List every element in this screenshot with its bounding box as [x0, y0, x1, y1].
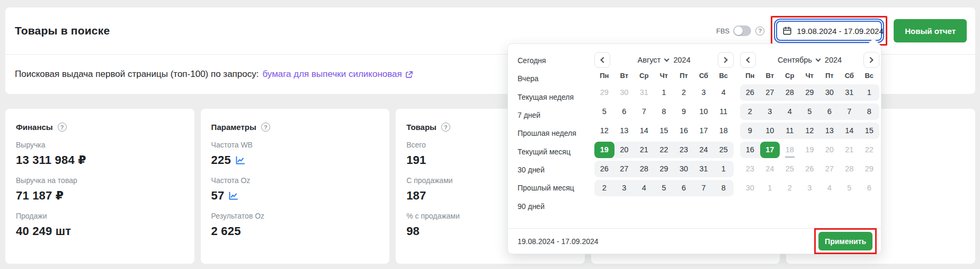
- calendar-day[interactable]: 5: [594, 103, 614, 120]
- date-range-input[interactable]: 19.08.2024 - 17.09.2024: [776, 21, 882, 41]
- calendar-day[interactable]: 6: [614, 103, 635, 120]
- calendar-day-selected[interactable]: 17: [760, 142, 780, 158]
- calendar-day[interactable]: 1: [714, 161, 734, 177]
- next-month-button[interactable]: [863, 52, 879, 68]
- calendar-day[interactable]: 1: [859, 84, 879, 101]
- date-preset-item[interactable]: Прошлый месяц: [518, 179, 592, 197]
- calendar-day[interactable]: 31: [840, 84, 860, 101]
- calendar-day[interactable]: 12: [594, 123, 614, 139]
- calendar-day[interactable]: 20: [614, 142, 635, 158]
- metric-label: Выручка на товар: [16, 176, 184, 185]
- calendar-day[interactable]: 29: [654, 161, 674, 177]
- weekday-label: Пн: [740, 72, 760, 80]
- calendar-day[interactable]: 11: [780, 123, 800, 139]
- help-icon[interactable]: ?: [261, 123, 270, 132]
- calendar-day[interactable]: 10: [760, 123, 780, 139]
- calendar-week-row: 2345678: [594, 180, 734, 196]
- calendar-day[interactable]: 23: [674, 142, 694, 158]
- next-month-button[interactable]: [718, 52, 734, 68]
- calendar-day[interactable]: 9: [740, 123, 760, 139]
- calendar-day[interactable]: 2: [674, 84, 694, 101]
- calendar-day[interactable]: 4: [780, 103, 800, 120]
- calendar-day[interactable]: 17: [694, 123, 714, 139]
- month-dropdown[interactable]: Август: [638, 56, 669, 64]
- calendar-day[interactable]: 2: [594, 180, 614, 196]
- calendar-day[interactable]: 29: [800, 84, 820, 101]
- date-preset-item[interactable]: 7 дней: [518, 106, 592, 124]
- calendar-day[interactable]: 15: [654, 123, 674, 139]
- calendar-day[interactable]: 15: [859, 123, 879, 139]
- calendar-week-row: 9101112131415: [740, 123, 879, 139]
- line-chart-icon[interactable]: [235, 156, 245, 165]
- calendar-day[interactable]: 12: [800, 123, 820, 139]
- calendar-day[interactable]: 8: [714, 180, 734, 196]
- calendar-day[interactable]: 3: [694, 84, 714, 101]
- calendar-day[interactable]: 22: [654, 142, 674, 158]
- help-icon[interactable]: ?: [441, 123, 450, 132]
- calendar-day[interactable]: 2: [740, 103, 760, 120]
- line-chart-icon[interactable]: [228, 192, 238, 201]
- weekday-label: Ср: [780, 72, 800, 80]
- calendar-day: 30: [614, 84, 635, 101]
- calendar-day[interactable]: 9: [674, 103, 694, 120]
- date-range-value: 19.08.2024 - 17.09.2024: [797, 27, 883, 36]
- calendar-day[interactable]: 25: [714, 142, 734, 158]
- calendar-day[interactable]: 16: [674, 123, 694, 139]
- calendar-day[interactable]: 27: [614, 161, 635, 177]
- calendar-day[interactable]: 5: [800, 103, 820, 120]
- calendar-day[interactable]: 8: [654, 103, 674, 120]
- year-label[interactable]: 2024: [825, 56, 842, 64]
- fbs-help-icon[interactable]: ?: [755, 27, 764, 36]
- calendar-day[interactable]: 11: [714, 103, 734, 120]
- calendar-day[interactable]: 8: [859, 103, 879, 120]
- calendar-day[interactable]: 6: [819, 103, 840, 120]
- calendar-day[interactable]: 6: [674, 180, 694, 196]
- date-preset-item[interactable]: Текущий месяц: [518, 142, 592, 160]
- help-icon[interactable]: ?: [58, 123, 67, 132]
- month-dropdown[interactable]: Сентябрь: [778, 56, 820, 64]
- date-preset-item[interactable]: 30 дней: [518, 161, 592, 179]
- calendar-day[interactable]: 18: [714, 123, 734, 139]
- calendar-day[interactable]: 13: [614, 123, 635, 139]
- metric-label: Частота Oz: [211, 176, 379, 185]
- calendar-day[interactable]: 7: [840, 103, 860, 120]
- date-preset-item[interactable]: Сегодня: [518, 51, 592, 70]
- calendar-day[interactable]: 30: [674, 161, 694, 177]
- calendar-day[interactable]: 4: [714, 84, 734, 101]
- date-preset-item[interactable]: Прошлая неделя: [518, 124, 592, 142]
- calendar-day[interactable]: 30: [819, 84, 840, 101]
- date-preset-item[interactable]: Текущая неделя: [518, 88, 592, 106]
- calendar-day[interactable]: 1: [654, 84, 674, 101]
- calendar-day[interactable]: 13: [819, 123, 840, 139]
- calendar-day[interactable]: 24: [694, 142, 714, 158]
- calendar-day[interactable]: 7: [634, 103, 654, 120]
- external-link-icon[interactable]: [405, 71, 413, 79]
- calendar-day-selected[interactable]: 19: [594, 142, 614, 158]
- apply-button[interactable]: Применить: [818, 232, 872, 250]
- calendar-day[interactable]: 26: [740, 84, 760, 101]
- calendar-day[interactable]: 26: [594, 161, 614, 177]
- calendar-day[interactable]: 27: [760, 84, 780, 101]
- calendar-day[interactable]: 7: [694, 180, 714, 196]
- calendar-day[interactable]: 3: [614, 180, 635, 196]
- query-link[interactable]: бумага для выпечки силиконовая: [262, 69, 402, 80]
- calendar-day[interactable]: 5: [654, 180, 674, 196]
- calendar-day[interactable]: 14: [634, 123, 654, 139]
- prev-month-button[interactable]: [740, 52, 756, 68]
- year-label[interactable]: 2024: [673, 56, 690, 64]
- date-preset-item[interactable]: Вчера: [518, 70, 592, 88]
- calendar-day[interactable]: 14: [840, 123, 860, 139]
- calendar-day[interactable]: 4: [634, 180, 654, 196]
- calendar-day[interactable]: 31: [694, 161, 714, 177]
- new-report-button[interactable]: Новый отчет: [894, 19, 967, 42]
- prev-month-button[interactable]: [594, 52, 610, 68]
- calendar-day[interactable]: 21: [634, 142, 654, 158]
- metric-value: 13 311 984 ₽: [16, 153, 184, 167]
- calendar-day[interactable]: 28: [780, 84, 800, 101]
- date-preset-item[interactable]: 90 дней: [518, 197, 592, 215]
- calendar-day[interactable]: 10: [694, 103, 714, 120]
- calendar-day[interactable]: 16: [740, 142, 760, 158]
- calendar-day[interactable]: 28: [634, 161, 654, 177]
- calendar-day[interactable]: 3: [760, 103, 780, 120]
- fbs-toggle[interactable]: [733, 25, 751, 36]
